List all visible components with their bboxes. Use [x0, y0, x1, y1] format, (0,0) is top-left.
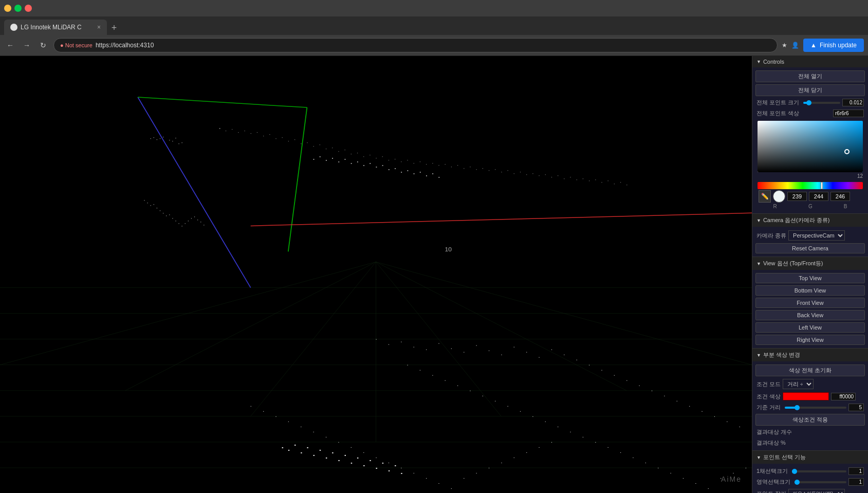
color-spectrum-bar[interactable] — [758, 182, 863, 189]
camera-type-select[interactable]: PerspectiveCamera — [788, 230, 845, 241]
svg-rect-123 — [464, 352, 464, 353]
reset-all-color-button[interactable]: 색상 전체 초기화 — [755, 364, 865, 376]
edge-count-label: 결과대상 개수 — [756, 428, 792, 436]
spectrum-thumb — [821, 182, 823, 189]
color-labels-row: R G B — [758, 204, 863, 209]
bottom-view-button[interactable]: Bottom View — [755, 285, 865, 296]
select-size-input[interactable]: 1 — [848, 467, 864, 475]
condition-mode-row: 조건 모드 거리 ÷ — [755, 377, 865, 391]
camera-title: Camera 옵션(카메라 종류) — [763, 216, 830, 224]
svg-rect-220 — [320, 156, 321, 157]
point-select-title: 포인트 선택 기능 — [763, 453, 806, 461]
right-view-button[interactable]: Right View — [755, 335, 865, 345]
minimize-button[interactable] — [4, 5, 11, 12]
bookmarks-icon[interactable]: ★ — [782, 42, 787, 49]
svg-rect-206 — [326, 458, 327, 459]
base-distance-input[interactable]: 5 — [848, 404, 864, 411]
svg-rect-113 — [614, 184, 615, 184]
condition-mode-select[interactable]: 거리 ÷ — [783, 379, 814, 389]
close-window-button[interactable] — [25, 5, 32, 12]
svg-rect-227 — [363, 165, 364, 166]
top-view-button[interactable]: Top View — [755, 273, 865, 283]
point-size-input[interactable]: 0.012 — [842, 99, 864, 106]
svg-rect-162 — [608, 447, 608, 448]
svg-rect-88 — [457, 165, 458, 166]
new-tab-button[interactable]: + — [107, 21, 121, 35]
svg-rect-180 — [326, 437, 326, 437]
svg-rect-117 — [389, 344, 389, 345]
svg-rect-52 — [232, 129, 232, 130]
svg-rect-175 — [263, 411, 264, 412]
3d-viewport[interactable]: 4 FPS (4-144) 41m~124m — [0, 56, 752, 493]
open-all-button[interactable]: 전체 열기 — [755, 70, 865, 82]
svg-rect-156 — [532, 416, 533, 417]
svg-rect-68 — [332, 148, 333, 148]
svg-rect-217 — [395, 465, 396, 466]
profile-icon[interactable]: 👤 — [791, 42, 799, 49]
svg-rect-23 — [160, 138, 160, 139]
close-all-button[interactable]: 전체 닫기 — [755, 84, 865, 96]
svg-rect-110 — [595, 179, 596, 180]
svg-rect-197 — [539, 447, 539, 448]
color-change-header[interactable]: ▼ 부분 색상 변경 — [752, 349, 868, 361]
svg-rect-151 — [470, 391, 470, 391]
front-view-button[interactable]: Front View — [755, 298, 865, 308]
point-size-slider[interactable] — [803, 102, 840, 104]
area-select-slider[interactable] — [795, 481, 846, 483]
svg-rect-92 — [483, 168, 483, 169]
svg-rect-196 — [526, 452, 527, 453]
svg-rect-100 — [532, 173, 533, 174]
svg-rect-195 — [514, 458, 514, 458]
view-section-header[interactable]: ▼ View 옵션 (Top/Front등) — [752, 257, 868, 270]
svg-rect-144 — [727, 422, 727, 422]
svg-rect-95 — [501, 172, 502, 172]
color-g-input[interactable]: 244 — [809, 192, 828, 201]
area-select-input[interactable]: 1 — [848, 478, 864, 486]
finish-update-button[interactable]: ▲ Finish update — [803, 39, 864, 52]
svg-rect-235 — [414, 173, 415, 174]
svg-rect-129 — [539, 357, 539, 358]
color-r-input[interactable]: 239 — [787, 192, 807, 201]
apply-color-condition-button[interactable]: 색상조건 적용 — [755, 414, 865, 426]
svg-rect-173 — [746, 468, 746, 468]
controls-section-header[interactable]: ▼ Controls — [752, 56, 868, 67]
maximize-button[interactable] — [14, 5, 22, 12]
svg-rect-74 — [370, 155, 370, 155]
point-color-hex-input[interactable]: r6r6r6 — [833, 109, 864, 117]
color-gradient-picker[interactable] — [758, 121, 863, 172]
condition-color-row: 조건 색상 — [755, 391, 865, 402]
svg-rect-87 — [451, 167, 452, 167]
point-select-header[interactable]: ▼ 포인트 선택 기능 — [752, 451, 868, 464]
color-change-title: 부분 색상 변경 — [763, 351, 800, 359]
svg-rect-36 — [163, 213, 163, 213]
forward-button[interactable]: → — [21, 39, 33, 51]
color-inputs-row: ✏️ 239 244 246 — [758, 189, 863, 204]
svg-rect-126 — [501, 355, 502, 355]
back-view-button[interactable]: Back View — [755, 310, 865, 320]
svg-rect-118 — [401, 342, 401, 342]
condition-color-input[interactable] — [831, 393, 856, 400]
svg-rect-207 — [332, 452, 333, 453]
condition-color-swatch[interactable] — [783, 392, 829, 400]
svg-rect-222 — [332, 158, 333, 159]
active-tab[interactable]: LG Innotek MLiDAR C × — [4, 20, 107, 35]
svg-rect-186 — [401, 468, 401, 468]
tab-close-button[interactable]: × — [97, 24, 101, 31]
color-b-input[interactable]: 246 — [830, 192, 850, 201]
reset-camera-button[interactable]: Reset Camera — [755, 243, 865, 253]
controls-title: Controls — [763, 59, 784, 65]
select-size-slider[interactable] — [792, 470, 846, 472]
camera-section-header[interactable]: ▼ Camera 옵션(카메라 종류) — [752, 214, 868, 227]
base-distance-slider[interactable] — [785, 407, 846, 409]
pick-point-select[interactable]: 마우스이동(미선택) ÷ — [788, 489, 845, 493]
svg-rect-134 — [601, 370, 602, 371]
svg-rect-77 — [389, 160, 389, 160]
svg-rect-96 — [508, 170, 508, 171]
svg-rect-219 — [313, 159, 315, 160]
refresh-button[interactable]: ↻ — [37, 39, 49, 51]
controls-chevron: ▼ — [756, 59, 761, 64]
address-bar-input[interactable]: ● Not secure https://localhost:4310 — [53, 38, 778, 52]
back-button[interactable]: ← — [4, 39, 16, 51]
eyedropper-button[interactable]: ✏️ — [759, 190, 771, 203]
left-view-button[interactable]: Left View — [755, 322, 865, 333]
